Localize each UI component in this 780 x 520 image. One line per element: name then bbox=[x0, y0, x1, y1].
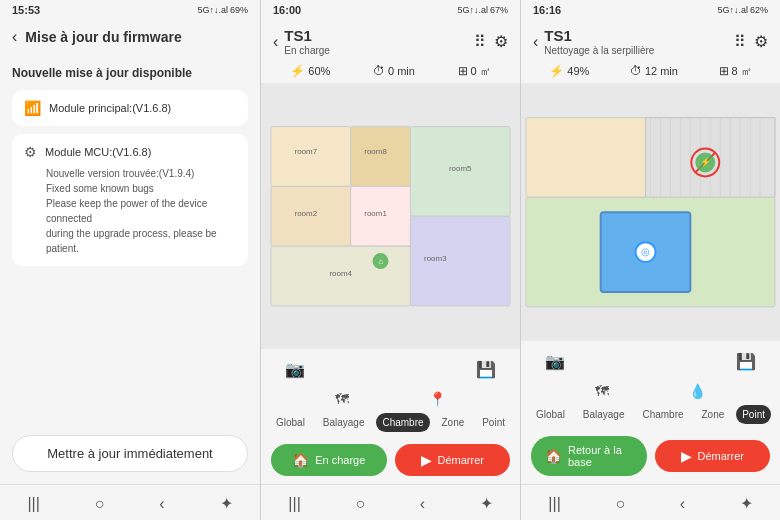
nav-menu-3[interactable]: ||| bbox=[548, 495, 560, 513]
area-value-3: 8 ㎡ bbox=[732, 64, 752, 79]
stat-battery-3: ⚡ 49% bbox=[549, 64, 589, 78]
settings-icon-3[interactable]: ⚙ bbox=[754, 32, 768, 51]
nav-home-2[interactable]: ○ bbox=[355, 495, 365, 513]
battery-icon-3: 62% bbox=[750, 5, 768, 15]
play-icon-3: ▶ bbox=[681, 448, 692, 464]
back-button-1[interactable]: ‹ bbox=[12, 28, 17, 46]
tab-global-2[interactable]: Global bbox=[270, 413, 311, 432]
stat-area-3: ⊞ 8 ㎡ bbox=[719, 64, 752, 79]
time-value-3: 12 min bbox=[645, 65, 678, 77]
svg-text:room4: room4 bbox=[329, 269, 352, 278]
demarrer-button-3[interactable]: ▶ Démarrer bbox=[655, 440, 771, 472]
map-controls-row2-2: 🗺 📍 bbox=[261, 389, 520, 409]
tabs-bar-2: Global Balayage Chambre Zone Point bbox=[261, 409, 520, 436]
home-icon-3: 🏠 bbox=[545, 448, 562, 464]
grid-icon-2[interactable]: ⠿ bbox=[474, 32, 486, 51]
tab-zone-3[interactable]: Zone bbox=[695, 405, 730, 424]
time-1: 15:53 bbox=[12, 4, 40, 16]
en-charge-label: En charge bbox=[315, 454, 365, 466]
robot-status-2: En charge bbox=[284, 45, 330, 56]
module-mcu-header: ⚙ Module MCU:(V1.6.8) bbox=[24, 144, 236, 160]
battery-icon-1: 69% bbox=[230, 5, 248, 15]
status-icons-3: 5G↑↓.al 62% bbox=[717, 5, 768, 15]
status-bar-2: 16:00 5G↑↓.al 67% bbox=[261, 0, 520, 20]
svg-text:⚡: ⚡ bbox=[700, 156, 712, 168]
robot-header-right-3: ⠿ ⚙ bbox=[734, 32, 768, 51]
tab-zone-2[interactable]: Zone bbox=[435, 413, 470, 432]
nav-back-2[interactable]: ‹ bbox=[420, 495, 425, 513]
robot-header-right-2: ⠿ ⚙ bbox=[474, 32, 508, 51]
svg-text:room8: room8 bbox=[364, 147, 387, 156]
svg-text:room7: room7 bbox=[295, 147, 318, 156]
robot-header-2: ‹ TS1 En charge ⠿ ⚙ bbox=[261, 20, 520, 60]
camera-icon-3[interactable]: 📷 bbox=[541, 347, 569, 375]
firmware-header: ‹ Mise à jour du firmware bbox=[0, 20, 260, 54]
nav-back-3[interactable]: ‹ bbox=[680, 495, 685, 513]
signal-icon-3: 5G↑↓.al bbox=[717, 5, 748, 15]
demarrer-label-2: Démarrer bbox=[438, 454, 484, 466]
tab-balayage-2[interactable]: Balayage bbox=[317, 413, 371, 432]
time-stat-icon-3: ⏱ bbox=[630, 64, 642, 78]
map-controls-3: 📷 💾 bbox=[521, 341, 780, 381]
grid-icon-3[interactable]: ⠿ bbox=[734, 32, 746, 51]
status-icons-2: 5G↑↓.al 67% bbox=[457, 5, 508, 15]
tab-chambre-3[interactable]: Chambre bbox=[636, 405, 689, 424]
svg-text:◎: ◎ bbox=[641, 246, 650, 257]
demarrer-button-2[interactable]: ▶ Démarrer bbox=[395, 444, 511, 476]
robot-header-left-2: ‹ TS1 En charge bbox=[273, 28, 330, 56]
settings-icon-2[interactable]: ⚙ bbox=[494, 32, 508, 51]
map-svg-3: ◎ ⚡ bbox=[521, 83, 780, 342]
nav-menu-1[interactable]: ||| bbox=[27, 495, 39, 513]
tab-global-3[interactable]: Global bbox=[530, 405, 571, 424]
map-controls-right-2: 💾 bbox=[472, 355, 500, 383]
map-icon-2[interactable]: 🗺 bbox=[335, 391, 349, 407]
stat-time-2: ⏱ 0 min bbox=[373, 64, 415, 78]
stats-bar-3: ⚡ 49% ⏱ 12 min ⊞ 8 ㎡ bbox=[521, 60, 780, 83]
status-bar-3: 16:16 5G↑↓.al 62% bbox=[521, 0, 780, 20]
retour-base-button[interactable]: 🏠 Retour à la base bbox=[531, 436, 647, 476]
svg-text:room2: room2 bbox=[295, 209, 318, 218]
module-principal-label: Module principal:(V1.6.8) bbox=[49, 102, 171, 114]
nav-star-1[interactable]: ✦ bbox=[220, 494, 233, 513]
module-mcu-details: Nouvelle version trouvée:(V1.9.4) Fixed … bbox=[24, 166, 236, 256]
back-button-3[interactable]: ‹ bbox=[533, 33, 538, 51]
time-3: 16:16 bbox=[533, 4, 561, 16]
map-controls-row2-3: 🗺 💧 bbox=[521, 381, 780, 401]
robot-status-3: Nettoyage à la serpillière bbox=[544, 45, 654, 56]
nav-star-2[interactable]: ✦ bbox=[480, 494, 493, 513]
save-icon-3[interactable]: 💾 bbox=[732, 347, 760, 375]
gear-icon: ⚙ bbox=[24, 144, 37, 160]
water-icon-3[interactable]: 💧 bbox=[689, 383, 706, 399]
save-icon-2[interactable]: 💾 bbox=[472, 355, 500, 383]
tab-point-2[interactable]: Point bbox=[476, 413, 511, 432]
robot-name-2: TS1 bbox=[284, 28, 330, 45]
back-button-2[interactable]: ‹ bbox=[273, 33, 278, 51]
update-button[interactable]: Mettre à jour immédiatement bbox=[12, 435, 248, 472]
detail-line-4: during the upgrade process, please be pa… bbox=[46, 226, 236, 256]
section-title: Nouvelle mise à jour disponible bbox=[12, 66, 248, 80]
map-icon-3[interactable]: 🗺 bbox=[595, 383, 609, 399]
nav-back-1[interactable]: ‹ bbox=[159, 495, 164, 513]
nav-home-1[interactable]: ○ bbox=[95, 495, 105, 513]
pin-icon-2[interactable]: 📍 bbox=[429, 391, 446, 407]
area-stat-icon-3: ⊞ bbox=[719, 64, 729, 78]
action-bar-3: 🏠 Retour à la base ▶ Démarrer bbox=[521, 428, 780, 484]
robot-header-3: ‹ TS1 Nettoyage à la serpillière ⠿ ⚙ bbox=[521, 20, 780, 60]
tab-chambre-2[interactable]: Chambre bbox=[376, 413, 429, 432]
svg-text:room1: room1 bbox=[364, 209, 387, 218]
tab-balayage-3[interactable]: Balayage bbox=[577, 405, 631, 424]
play-icon-2: ▶ bbox=[421, 452, 432, 468]
map-controls-right-3: 💾 bbox=[732, 347, 760, 375]
nav-home-3[interactable]: ○ bbox=[615, 495, 625, 513]
panel-robot-charging: 16:00 5G↑↓.al 67% ‹ TS1 En charge ⠿ ⚙ ⚡ … bbox=[260, 0, 520, 520]
tab-point-3[interactable]: Point bbox=[736, 405, 771, 424]
stat-battery-2: ⚡ 60% bbox=[290, 64, 330, 78]
camera-icon-2[interactable]: 📷 bbox=[281, 355, 309, 383]
panel-firmware: 15:53 5G↑↓.al 69% ‹ Mise à jour du firmw… bbox=[0, 0, 260, 520]
retour-base-label: Retour à la base bbox=[568, 444, 633, 468]
robot-name-block-2: TS1 En charge bbox=[284, 28, 330, 56]
nav-menu-2[interactable]: ||| bbox=[288, 495, 300, 513]
en-charge-button[interactable]: 🏠 En charge bbox=[271, 444, 387, 476]
nav-star-3[interactable]: ✦ bbox=[740, 494, 753, 513]
signal-icon-2: 5G↑↓.al bbox=[457, 5, 488, 15]
